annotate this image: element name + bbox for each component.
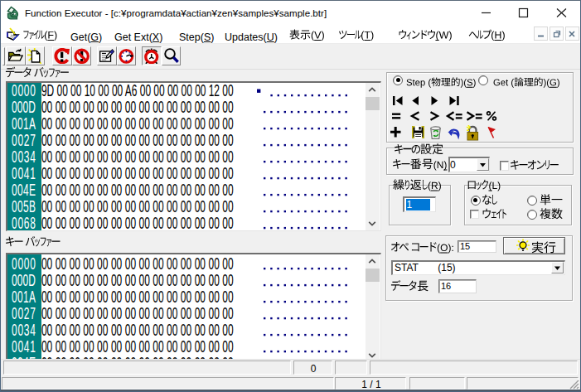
- svg-text:004E: 004E: [12, 181, 36, 199]
- svg-text:0000: 0000: [12, 254, 36, 273]
- svg-text:00 00 00 00 00 00 00 00 00 00: 00 00 00 00 00 00 00 00 00 00 00 00 00 0…: [41, 288, 234, 306]
- svg-text:0027: 0027: [12, 304, 36, 322]
- svg-text:0034: 0034: [12, 148, 36, 166]
- svg-text:00 00 00 00 00 00 00 00 00 00: 00 00 00 00 00 00 00 00 00 00 00 00 00 0…: [41, 337, 234, 356]
- svg-text:00 00 00 00 00 00 00 00 00 00: 00 00 00 00 00 00 00 00 00 00 00 00 00 0…: [41, 304, 234, 322]
- svg-text:001A: 001A: [12, 288, 36, 306]
- svg-text:00 00 00 00 00 00 00 00 00 00: 00 00 00 00 00 00 00 00 00 00 00 00 00 0…: [41, 181, 234, 199]
- svg-text:00 00 00 00 00 00 00 00 00 00: 00 00 00 00 00 00 00 00 00 00 00 00 00 0…: [41, 148, 234, 166]
- svg-text:005B: 005B: [12, 197, 36, 215]
- svg-text:00 00 00 00 00 00 00 00 00 00: 00 00 00 00 00 00 00 00 00 00 00 00 00 0…: [41, 98, 234, 116]
- svg-text:00 00 00 00 00 00 00 00 00 00: 00 00 00 00 00 00 00 00 00 00 00 00 00 0…: [41, 271, 234, 289]
- svg-text:9D 00 00 10 00 00 A6 00 00 00: 9D 00 00 10 00 00 A6 00 00 00 00 00 12 0…: [41, 83, 234, 99]
- svg-text:0034: 0034: [12, 321, 36, 339]
- svg-text:00 00 00 00 00 00 00 00 00 00: 00 00 00 00 00 00 00 00 00 00 00 00 00 0…: [41, 254, 234, 273]
- svg-text:000D: 000D: [12, 98, 36, 116]
- svg-text:00 00 00 00 00 00 00 00 00 00: 00 00 00 00 00 00 00 00 00 00 00 00 00 0…: [41, 114, 234, 133]
- svg-text:00 00 00 00 00 00 00 00 00 00: 00 00 00 00 00 00 00 00 00 00 00 00 00 0…: [41, 164, 234, 182]
- svg-text:00 00 00 00 00 00 00 00 00 00: 00 00 00 00 00 00 00 00 00 00 00 00 00 0…: [41, 197, 234, 215]
- svg-text:00 00 00 00 00 00 00 00 00 00: 00 00 00 00 00 00 00 00 00 00 00 00 00 0…: [41, 131, 234, 149]
- svg-text:0041: 0041: [12, 337, 36, 356]
- svg-text:0041: 0041: [12, 164, 36, 182]
- svg-text:0068: 0068: [12, 214, 36, 230]
- svg-text:0000: 0000: [12, 83, 36, 99]
- svg-text:000D: 000D: [12, 271, 36, 289]
- svg-text:0027: 0027: [12, 131, 36, 149]
- svg-text:001A: 001A: [12, 114, 36, 133]
- svg-text:00 00 00 00 00 00 00 00 00 00: 00 00 00 00 00 00 00 00 00 00 00 00 00 0…: [41, 214, 234, 230]
- svg-text:00 00 00 00 00 00 00 00 00 00: 00 00 00 00 00 00 00 00 00 00 00 00 00 0…: [41, 321, 234, 339]
